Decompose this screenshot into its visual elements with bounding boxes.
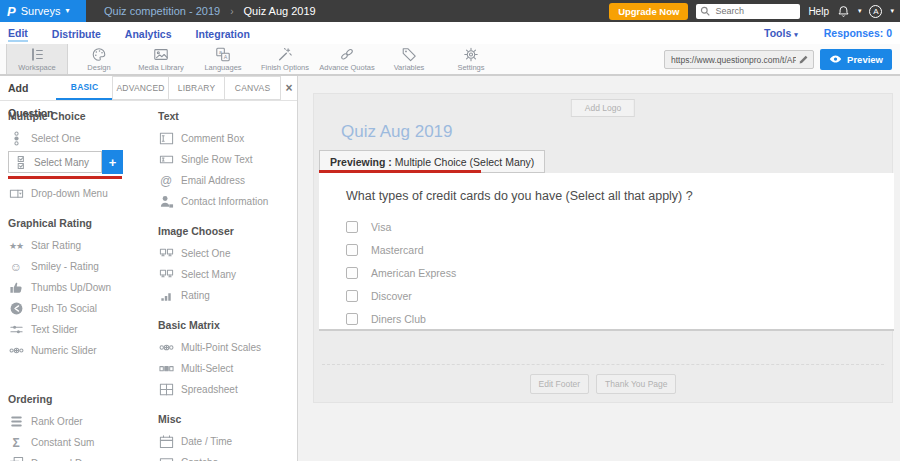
question-type-label: Text Slider — [31, 324, 78, 335]
question-type-label: Smiley - Rating — [31, 261, 99, 272]
tools-menu[interactable]: Tools ▾ — [764, 27, 798, 39]
search-box[interactable] — [696, 4, 800, 19]
toolbar-item-advance-quotas[interactable]: Advance Quotas — [316, 44, 378, 74]
question-type-item[interactable]: Single Row Text — [158, 149, 296, 170]
nav-tab-integration[interactable]: Integration — [196, 25, 250, 41]
section-basic-matrix: Basic MatrixMulti-Point ScalesMulti-Sele… — [158, 319, 296, 400]
survey-url-input[interactable] — [669, 54, 798, 66]
advance-quotas-icon — [339, 46, 355, 63]
chevron-down-icon[interactable]: ▾ — [858, 7, 862, 15]
question-type-item[interactable]: ★★Star Rating — [8, 235, 150, 256]
breadcrumb-survey-group[interactable]: Quiz competition - 2019 — [104, 5, 220, 17]
question-type-item[interactable]: Select Many — [158, 264, 296, 285]
question-type-item[interactable]: Rating — [158, 285, 296, 306]
edit-url-pencil-icon[interactable] — [798, 54, 809, 65]
question-type-item[interactable]: Captcha — [158, 452, 296, 461]
survey-toolbar: WorkspaceDesignMedia LibraryaALanguagesF… — [0, 44, 900, 76]
checkbox[interactable] — [346, 267, 358, 279]
chevron-down-icon[interactable]: ▾ — [890, 7, 894, 15]
question-card: What types of credit cards do you have (… — [319, 173, 894, 331]
help-link[interactable]: Help — [808, 6, 829, 17]
tab-advanced[interactable]: ADVANCED — [112, 76, 169, 100]
survey-title[interactable]: Quiz Aug 2019 — [341, 122, 453, 142]
nav-tab-edit[interactable]: Edit — [8, 24, 28, 42]
avatar[interactable]: A — [869, 5, 882, 18]
question-type-label: Date / Time — [181, 436, 232, 447]
question-type-item[interactable]: Rank Order — [8, 411, 150, 432]
question-type-item[interactable]: Select One — [8, 128, 150, 149]
question-type-item[interactable]: ΣConstant Sum — [8, 432, 150, 453]
question-type-label: Thumbs Up/Down — [31, 282, 111, 293]
responses-count[interactable]: Responses: 0 — [824, 27, 892, 39]
previewing-prefix: Previewing : — [330, 156, 392, 168]
question-type-label: Select Many — [181, 269, 236, 280]
question-type-item[interactable]: Date / Time — [158, 431, 296, 452]
question-type-item[interactable]: Text Slider — [8, 319, 150, 340]
question-type-item[interactable]: Drag and Drop — [8, 453, 150, 461]
comment-box-icon — [158, 131, 174, 146]
question-type-label: Comment Box — [181, 133, 244, 144]
question-type-item[interactable]: Push To Social — [8, 298, 150, 319]
thank-you-page-button[interactable]: Thank You Page — [596, 374, 676, 394]
checkbox[interactable] — [346, 244, 358, 256]
tab-basic[interactable]: BASIC — [56, 76, 113, 100]
question-types-column-2: TextComment BoxSingle Row Text@Email Add… — [158, 101, 296, 461]
section-misc: MiscDate / TimeCaptcha — [158, 413, 296, 461]
breadcrumb-current: Quiz Aug 2019 — [244, 5, 316, 17]
toolbar-item-finish-options[interactable]: Finish Options — [254, 44, 316, 74]
question-type-item[interactable]: Contact Information — [158, 191, 296, 212]
add-logo-button[interactable]: Add Logo — [571, 99, 635, 117]
tab-library[interactable]: LIBRARY — [168, 76, 225, 100]
checkbox[interactable] — [346, 313, 358, 325]
toolbar-item-media-library[interactable]: Media Library — [130, 44, 192, 74]
question-options: VisaMastercardAmerican ExpressDiscoverDi… — [346, 215, 894, 330]
search-input[interactable] — [713, 5, 796, 17]
section-image-chooser: Image ChooserSelect OneSelect ManyRating — [158, 225, 296, 306]
answer-option-row: Visa — [346, 215, 894, 238]
question-type-item[interactable]: Comment Box — [158, 128, 296, 149]
question-type-item[interactable]: Multi-Select — [158, 358, 296, 379]
section-heading: Multiple Choice — [8, 110, 150, 122]
nav-tab-distribute[interactable]: Distribute — [52, 25, 101, 41]
question-type-item-selected[interactable]: Select Many+ — [8, 151, 150, 173]
question-type-item[interactable]: @Email Address — [158, 170, 296, 191]
checkbox[interactable] — [346, 221, 358, 233]
panel-title: Add Question — [0, 76, 57, 100]
toolbar-item-variables[interactable]: Variables — [378, 44, 440, 74]
numeric-slider-icon — [8, 343, 24, 358]
toolbar-item-workspace[interactable]: Workspace — [6, 44, 68, 74]
toolbar-item-design[interactable]: Design — [68, 44, 130, 74]
question-type-item[interactable]: Spreadsheet — [158, 379, 296, 400]
close-icon[interactable]: × — [281, 76, 297, 100]
question-type-item[interactable]: ☺Smiley - Rating — [8, 256, 150, 277]
selected-question-type-box[interactable]: Select Many — [8, 151, 102, 173]
notifications-bell-icon[interactable] — [837, 5, 850, 18]
surveys-menu[interactable]: P Surveys ▾ — [0, 0, 86, 22]
question-type-item[interactable]: Multi-Point Scales — [158, 337, 296, 358]
section-heading: Image Chooser — [158, 225, 296, 237]
tab-canvas[interactable]: CANVAS — [224, 76, 281, 100]
edit-footer-button[interactable]: Edit Footer — [530, 374, 590, 394]
preview-button[interactable]: Preview — [820, 49, 892, 70]
question-type-item[interactable]: Thumbs Up/Down — [8, 277, 150, 298]
captcha-icon — [158, 455, 174, 461]
question-type-label: Multi-Point Scales — [181, 342, 261, 353]
question-type-item[interactable]: Numeric Slider — [8, 340, 150, 361]
toolbar-item-settings[interactable]: Settings — [440, 44, 502, 74]
add-question-plus-button[interactable]: + — [102, 150, 123, 174]
question-type-label: Captcha — [181, 457, 218, 461]
nav-tab-analytics[interactable]: Analytics — [125, 25, 172, 41]
star-rating-icon: ★★ — [8, 241, 24, 251]
section-heading: Basic Matrix — [158, 319, 296, 331]
panel-tabs: BASICADVANCEDLIBRARYCANVAS — [57, 76, 281, 100]
question-type-item[interactable]: Select One — [158, 243, 296, 264]
checkbox[interactable] — [346, 290, 358, 302]
question-type-item[interactable]: Drop-down Menu — [8, 183, 150, 204]
toolbar-item-label: Media Library — [138, 63, 183, 72]
upgrade-now-button[interactable]: Upgrade Now — [609, 3, 688, 20]
toolbar-item-languages[interactable]: aALanguages — [192, 44, 254, 74]
single-row-text-icon — [158, 152, 174, 167]
question-type-label: Email Address — [181, 175, 245, 186]
question-type-label: Contact Information — [181, 196, 268, 207]
questionpro-logo-icon: P — [7, 4, 16, 19]
